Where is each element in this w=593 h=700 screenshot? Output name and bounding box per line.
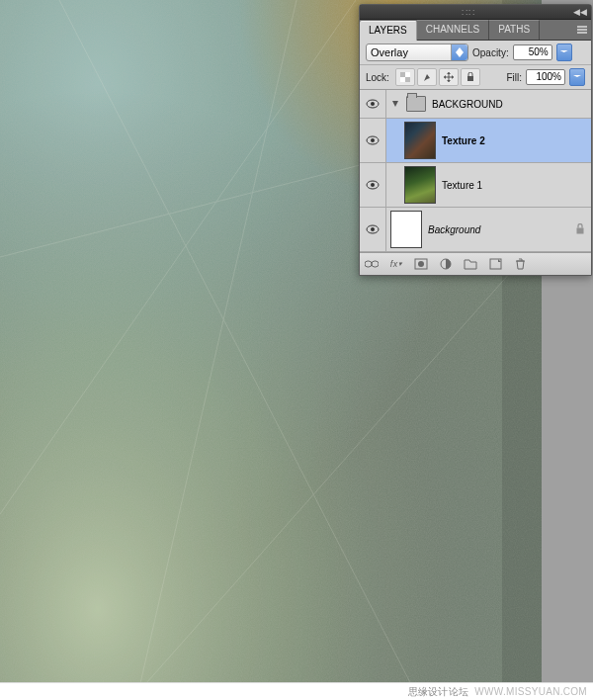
opacity-label: Opacity: [472, 47, 509, 58]
layer-name[interactable]: Texture 1 [442, 180, 482, 191]
visibility-toggle[interactable] [360, 119, 386, 162]
layers-panel: ∷∷ ◀◀ LAYERS CHANNELS PATHS Overlay Opac… [359, 4, 592, 276]
lock-transparency-button[interactable] [395, 68, 415, 86]
svg-rect-25 [372, 261, 379, 267]
svg-point-22 [371, 227, 375, 231]
layer-thumbnail[interactable] [404, 166, 436, 204]
layer-row[interactable]: Texture 1 [360, 163, 591, 208]
collapse-icon[interactable]: ◀◀ [573, 7, 587, 17]
new-group-button[interactable] [463, 256, 478, 272]
opacity-slider-button[interactable] [556, 44, 572, 61]
svg-point-20 [371, 183, 375, 187]
link-layers-button[interactable] [364, 256, 380, 272]
delete-layer-button[interactable] [512, 256, 528, 272]
svg-point-16 [371, 102, 375, 106]
lock-icon [575, 223, 585, 236]
disclosure-triangle-icon[interactable] [390, 100, 400, 108]
layer-name[interactable]: BACKGROUND [432, 99, 503, 110]
watermark-url: WWW.MISSYUAN.COM [474, 686, 587, 697]
visibility-toggle[interactable] [360, 90, 386, 118]
tab-channels[interactable]: CHANNELS [417, 20, 489, 40]
add-mask-button[interactable] [413, 256, 429, 272]
layer-group-row[interactable]: BACKGROUND [360, 90, 591, 119]
fill-input[interactable]: 100% [526, 69, 565, 85]
svg-rect-12 [400, 72, 405, 77]
visibility-toggle[interactable] [360, 163, 386, 207]
watermark-cn: 思缘设计论坛 [408, 685, 469, 699]
visibility-toggle[interactable] [360, 208, 386, 251]
fill-slider-button[interactable] [569, 68, 585, 86]
svg-point-18 [371, 138, 375, 142]
layer-style-button[interactable]: fx▾ [388, 256, 404, 272]
stepper-icon [451, 44, 467, 60]
svg-point-27 [418, 261, 424, 267]
lock-pixels-button[interactable] [417, 68, 437, 86]
layer-name[interactable]: Texture 2 [442, 135, 485, 146]
panel-titlebar[interactable]: ∷∷ ◀◀ [360, 5, 591, 20]
layer-row[interactable]: Texture 2 [360, 119, 591, 163]
lock-position-button[interactable] [439, 68, 459, 86]
new-layer-button[interactable] [487, 256, 503, 272]
svg-rect-13 [405, 77, 410, 82]
opacity-input[interactable]: 50% [513, 44, 552, 60]
lock-label: Lock: [366, 72, 389, 83]
svg-rect-24 [365, 261, 372, 267]
layer-row[interactable]: Background [360, 208, 591, 252]
layer-thumbnail[interactable] [404, 122, 436, 159]
layer-name[interactable]: Background [428, 224, 480, 235]
layer-list: BACKGROUND Texture 2 Texture 1 [360, 90, 591, 252]
watermark-footer: 思缘设计论坛 WWW.MISSYUAN.COM [0, 682, 593, 700]
tab-paths[interactable]: PATHS [489, 20, 540, 40]
fill-label: Fill: [506, 72, 522, 83]
svg-rect-23 [577, 227, 584, 233]
folder-icon [406, 96, 426, 112]
svg-rect-14 [467, 76, 473, 81]
panel-menu-button[interactable] [573, 20, 591, 40]
lock-all-button[interactable] [461, 68, 480, 86]
blend-mode-select[interactable]: Overlay [366, 44, 468, 61]
grip-icon: ∷∷ [462, 7, 475, 18]
tab-layers[interactable]: LAYERS [360, 21, 417, 41]
blend-mode-value: Overlay [371, 46, 408, 58]
adjustment-layer-button[interactable] [438, 256, 454, 272]
layer-thumbnail[interactable] [390, 211, 422, 248]
